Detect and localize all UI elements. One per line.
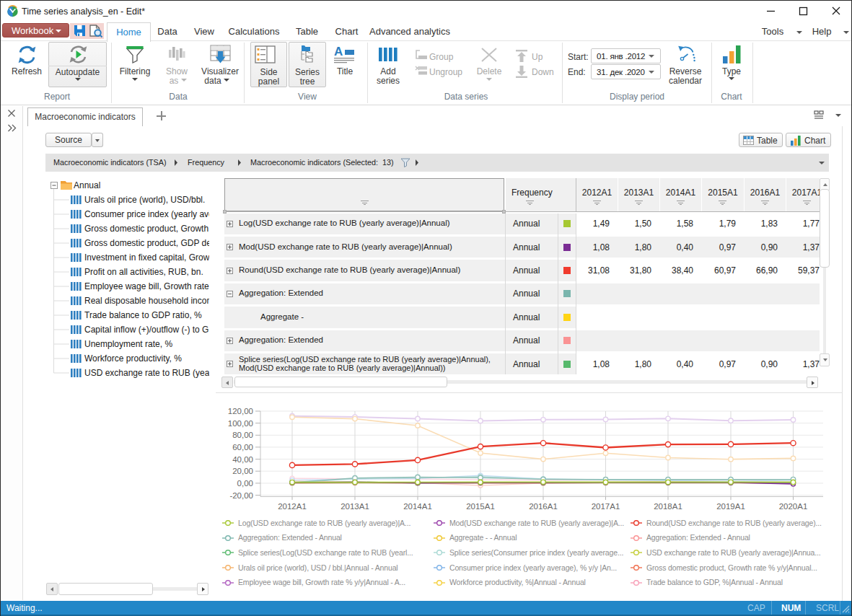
svg-text:80,00: 80,00 [232,431,253,439]
svg-text:20,00: 20,00 [232,467,253,475]
svg-text:2014A1: 2014A1 [403,502,432,511]
svg-text:A: A [334,45,343,58]
svg-text:2020A1: 2020A1 [779,502,808,511]
svg-text:2019A1: 2019A1 [716,502,745,511]
svg-text:100,00: 100,00 [228,419,253,428]
svg-text:120,00: 120,00 [228,407,253,415]
svg-text:-20,00: -20,00 [229,491,253,500]
svg-text:2018A1: 2018A1 [654,502,682,511]
svg-text:2015A1: 2015A1 [466,502,495,511]
svg-text:2017A1: 2017A1 [592,502,620,511]
svg-text:60,00: 60,00 [232,443,253,452]
svg-text:2012A1: 2012A1 [278,502,307,511]
svg-text:2016A1: 2016A1 [529,502,558,511]
svg-text:2013A1: 2013A1 [341,502,369,511]
svg-text:0,00: 0,00 [237,479,253,488]
svg-text:40,00: 40,00 [232,455,253,464]
